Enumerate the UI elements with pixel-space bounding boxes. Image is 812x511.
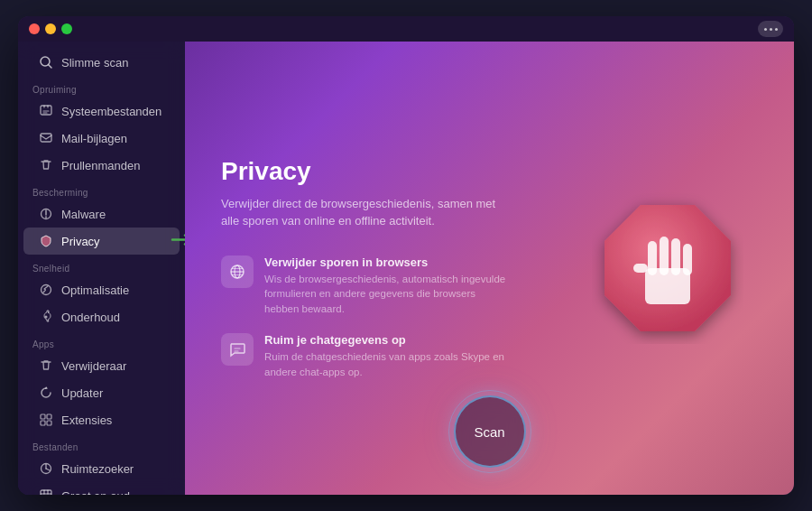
section-bestanden: Bestanden xyxy=(18,433,185,455)
feature-title-browsers: Verwijder sporen in browsers xyxy=(264,256,510,269)
close-button[interactable] xyxy=(29,23,40,34)
svg-rect-17 xyxy=(648,241,657,275)
svg-rect-3 xyxy=(41,134,51,142)
mail-bijlagen-icon xyxy=(38,130,54,146)
chat-icon xyxy=(221,333,254,366)
traffic-lights xyxy=(29,23,72,34)
titlebar xyxy=(18,16,794,42)
sidebar-item-groot-en-oud[interactable]: Groot en oud xyxy=(23,482,180,495)
sidebar-item-systeembestanden[interactable]: Systeembestanden xyxy=(23,98,180,125)
optimalisatie-label: Optimalisatie xyxy=(61,283,129,297)
section-apps: Apps xyxy=(18,330,185,352)
main-inner: Privacy Verwijder direct de browsergesch… xyxy=(185,130,794,406)
slimme-scan-icon xyxy=(38,54,54,70)
svg-line-1 xyxy=(49,65,51,68)
main-content: Privacy Verwijder direct de browsergesch… xyxy=(185,42,794,495)
browsers-icon xyxy=(221,256,254,288)
app-window: Slimme scan Opruiming Systeembestanden xyxy=(18,16,794,495)
svg-rect-21 xyxy=(633,264,648,273)
svg-rect-10 xyxy=(47,421,51,425)
prullenmanden-label: Prullenmanden xyxy=(61,159,140,172)
arrow-indicator xyxy=(171,233,185,250)
stop-sign-container xyxy=(577,178,758,358)
feature-desc-browsers: Wis de browsergeschiedenis, automatisch … xyxy=(264,272,510,317)
maximize-button[interactable] xyxy=(61,23,72,34)
svg-rect-20 xyxy=(683,244,692,275)
sidebar-item-verwijderaar[interactable]: Verwijderaar xyxy=(23,352,180,379)
sidebar-item-onderhoud[interactable]: Onderhoud xyxy=(23,303,180,330)
feature-list: Verwijder sporen in browsers Wis de brow… xyxy=(221,256,510,379)
privacy-label: Privacy xyxy=(61,235,100,248)
sidebar-item-slimme-scan[interactable]: Slimme scan xyxy=(23,49,180,76)
sidebar-item-optimalisatie[interactable]: Optimalisatie xyxy=(23,276,180,303)
updater-label: Updater xyxy=(61,386,103,400)
feature-text-browsers: Verwijder sporen in browsers Wis de brow… xyxy=(264,256,510,317)
section-bescherming: Bescherming xyxy=(18,179,185,200)
feature-text-chat: Ruim je chatgegevens op Ruim de chatgesc… xyxy=(264,333,510,379)
content-area: Slimme scan Opruiming Systeembestanden xyxy=(18,42,794,495)
svg-rect-7 xyxy=(41,414,45,419)
svg-rect-18 xyxy=(660,237,669,275)
systeembestanden-icon xyxy=(38,103,54,119)
sidebar-item-ruimtezoeker[interactable]: Ruimtezoeker xyxy=(23,455,180,482)
svg-rect-19 xyxy=(671,238,680,275)
extensies-label: Extensies xyxy=(61,413,112,427)
menu-dots[interactable] xyxy=(758,21,783,37)
feature-item-browsers: Verwijder sporen in browsers Wis de brow… xyxy=(221,256,510,317)
sidebar: Slimme scan Opruiming Systeembestanden xyxy=(18,42,185,495)
svg-point-6 xyxy=(45,316,48,319)
optimalisatie-icon xyxy=(38,282,54,298)
ruimtezoeker-icon xyxy=(38,460,54,477)
minimize-button[interactable] xyxy=(45,23,56,34)
sidebar-item-prullenmanden[interactable]: Prullenmanden xyxy=(23,152,180,179)
privacy-icon xyxy=(38,233,54,249)
svg-rect-9 xyxy=(41,421,45,425)
feature-item-chat: Ruim je chatgegevens op Ruim de chatgesc… xyxy=(221,333,510,379)
onderhoud-icon xyxy=(38,309,54,325)
sidebar-item-privacy[interactable]: Privacy xyxy=(23,228,180,255)
scan-button-label: Scan xyxy=(474,424,504,440)
onderhoud-label: Onderhoud xyxy=(61,311,120,324)
sidebar-item-updater[interactable]: Updater xyxy=(23,379,180,406)
stop-sign-icon xyxy=(591,191,744,345)
svg-rect-8 xyxy=(47,414,51,419)
feature-desc-chat: Ruim de chatgeschiedenis van apps zoals … xyxy=(264,349,510,379)
main-text-area: Privacy Verwijder direct de browsergesch… xyxy=(221,157,510,379)
sidebar-item-extensies[interactable]: Extensies xyxy=(23,406,180,433)
sidebar-item-mail-bijlagen[interactable]: Mail-bijlagen xyxy=(23,125,180,152)
groot-en-oud-icon xyxy=(38,488,54,495)
groot-en-oud-label: Groot en oud xyxy=(61,489,130,496)
verwijderaar-icon xyxy=(38,358,54,374)
scan-button[interactable]: Scan xyxy=(454,395,526,468)
systeembestanden-label: Systeembestanden xyxy=(61,105,161,118)
page-title: Privacy xyxy=(221,157,510,186)
section-opruiming: Opruiming xyxy=(18,76,185,98)
extensies-icon xyxy=(38,412,54,428)
slimme-scan-label: Slimme scan xyxy=(61,56,128,70)
mail-bijlagen-label: Mail-bijlagen xyxy=(61,132,127,145)
updater-icon xyxy=(38,385,54,401)
feature-title-chat: Ruim je chatgegevens op xyxy=(264,333,510,347)
malware-icon xyxy=(38,206,54,222)
sidebar-item-malware[interactable]: Malware xyxy=(23,200,180,228)
section-snelheid: Snelheid xyxy=(18,255,185,276)
malware-label: Malware xyxy=(61,208,106,221)
scan-button-container: Scan xyxy=(454,395,526,468)
prullenmanden-icon xyxy=(38,157,54,173)
verwijderaar-label: Verwijderaar xyxy=(61,359,126,373)
page-subtitle: Verwijder direct de browsergeschiedenis,… xyxy=(221,195,510,230)
ruimtezoeker-label: Ruimtezoeker xyxy=(61,462,134,476)
